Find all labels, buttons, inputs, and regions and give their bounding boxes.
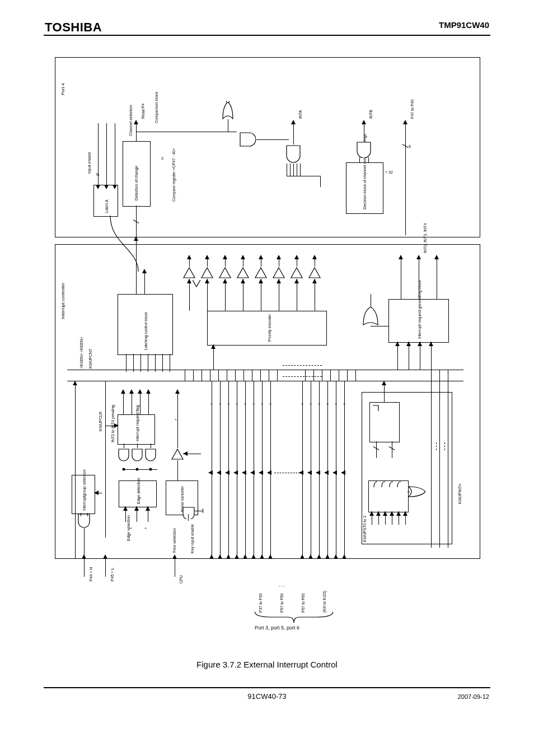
p37-p30-label: P37 to P30 <box>259 593 263 613</box>
and-gate-a <box>239 132 256 147</box>
p57-p50-label: P57 to P50 <box>280 593 284 613</box>
kwupst-label: KWUPST0 to 2 <box>363 516 367 542</box>
part-number: TMP91CW40 <box>439 20 489 30</box>
eq32-label: = 32 <box>385 170 393 174</box>
and-intrq-1 <box>131 448 143 461</box>
latching-control-label: Latching control block <box>144 312 148 350</box>
plus-2: + <box>144 526 147 530</box>
brace <box>255 612 333 625</box>
intb-label: INTB <box>369 110 373 119</box>
svg-marker-7 <box>291 268 302 278</box>
and-intrq-0 <box>118 448 130 461</box>
compare-cpreg-label: Compare register <CP47 : 40> <box>172 148 176 202</box>
svg-point-0 <box>226 101 229 102</box>
svg-marker-3 <box>219 268 231 278</box>
cpu-label: CPU <box>179 575 183 584</box>
ge-symbol: ≥ <box>161 156 163 161</box>
latch-a-label: Latch A <box>105 200 109 213</box>
grp-sel-label: Interruptgroup selection <box>82 469 86 511</box>
kwupcnt-bits: <KSEN> <KEEN> <box>79 337 83 368</box>
buf-nc <box>171 448 184 460</box>
time-sel-label: Time selection <box>172 528 176 553</box>
comparison-block-label: Comparison block <box>154 92 158 123</box>
p45l-label: P45 = L <box>110 568 114 581</box>
and-gate-grp <box>77 514 91 529</box>
channel-selection-label: Channel selection <box>129 105 133 136</box>
footer-date: 2007-09-12 <box>458 693 489 700</box>
svg-marker-1 <box>184 268 195 278</box>
priority-encoder-label: Priority encoder <box>268 314 271 342</box>
footer-rule <box>44 687 490 688</box>
inta-label: INTA <box>298 110 302 119</box>
buf-6 <box>290 267 303 279</box>
int234-label: INT2, INT3, INT4 <box>423 223 427 253</box>
right-group-frame <box>362 392 452 544</box>
svg-marker-8 <box>309 268 320 278</box>
buf-3 <box>236 267 250 279</box>
svg-marker-6 <box>273 268 284 278</box>
or-gate-top <box>221 101 235 120</box>
input-enable-label: Input enable <box>87 152 91 174</box>
priority-encoder-box <box>207 311 327 346</box>
figure-caption: Figure 3.7.2 External Interrupt Control <box>0 660 534 669</box>
keyin-enable-label: Key input enable <box>190 524 194 553</box>
p67-p60-label: P67 to P60 <box>301 593 305 613</box>
ki0-23-label: (KI0 to KI23) <box>322 591 326 613</box>
slash-8a: 8 <box>409 144 411 148</box>
curve-a <box>93 216 161 272</box>
plus-1: + <box>130 526 132 530</box>
buf-5 <box>272 267 285 279</box>
kwupint-label: KWUPINTn <box>458 484 462 504</box>
kwupcnt-reg: KWUPCNT <box>88 349 92 368</box>
buf-4 <box>254 267 268 279</box>
edge-detect-label: Edge detection <box>137 478 140 504</box>
svg-marker-9 <box>172 449 183 459</box>
svg-marker-2 <box>202 268 213 278</box>
gnd-icon <box>193 280 200 288</box>
p44h-label: P44 = H <box>89 567 93 582</box>
and-gate-b <box>285 144 301 164</box>
or-gate-right <box>362 307 379 326</box>
ellipsis: - - - <box>279 584 285 587</box>
compare-change-label: Detection of change <box>134 166 138 200</box>
header-rule <box>44 35 490 36</box>
page-number: 91CW40-73 <box>0 692 534 701</box>
and-intrq-2 <box>144 448 157 461</box>
upper-frame <box>55 57 480 237</box>
svg-marker-5 <box>255 268 266 278</box>
buf-1 <box>200 267 214 279</box>
buf-7 <box>308 267 321 279</box>
brand-logo: TOSHIBA <box>45 20 102 35</box>
upper-box-title: Port 4 <box>60 83 65 95</box>
read-p4-label: Read P4 <box>141 104 145 119</box>
intrq-flag-label: Interrupt request flag <box>135 405 139 441</box>
and-gate-c <box>356 141 372 158</box>
p4-inputs-label: P47 to P40 <box>410 99 414 119</box>
kwupclr-label: KWUPCLR <box>99 412 102 431</box>
buf-0 <box>182 267 196 279</box>
plus-nc: + <box>175 418 177 422</box>
svg-marker-4 <box>237 268 249 278</box>
port356-label: Port 3, port 5, port 6 <box>255 625 299 631</box>
buf-2 <box>218 267 232 279</box>
lower-box-title: Interrupt controller <box>60 283 65 319</box>
